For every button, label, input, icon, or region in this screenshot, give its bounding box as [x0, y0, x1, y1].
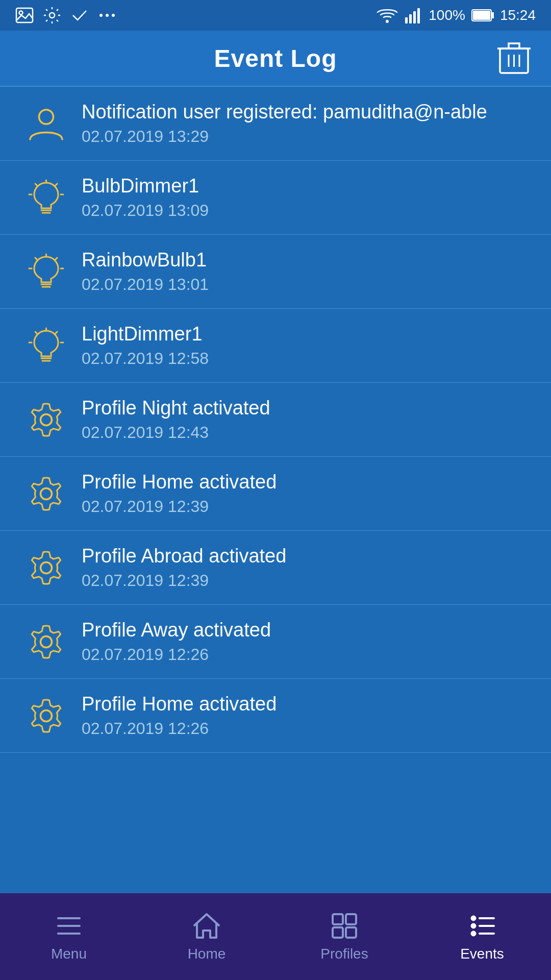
profiles-icon [330, 911, 359, 941]
event-title: BulbDimmer1 [82, 175, 531, 197]
svg-point-17 [39, 110, 53, 124]
svg-rect-7 [405, 17, 408, 23]
svg-point-6 [386, 20, 389, 23]
events-icon [467, 911, 497, 941]
event-timestamp: 02.07.2019 12:26 [82, 719, 531, 738]
event-title: LightDimmer1 [82, 323, 531, 345]
svg-line-22 [35, 184, 37, 186]
svg-rect-48 [346, 914, 356, 924]
menu-icon [54, 911, 84, 941]
svg-point-2 [49, 13, 55, 18]
event-timestamp: 02.07.2019 12:43 [82, 423, 531, 442]
event-item[interactable]: BulbDimmer1 02.07.2019 13:09 [0, 161, 551, 235]
svg-point-40 [40, 488, 52, 499]
event-item[interactable]: Profile Home activated 02.07.2019 12:26 [0, 679, 551, 753]
settings-icon [43, 6, 61, 24]
svg-point-1 [19, 11, 23, 15]
svg-rect-50 [346, 927, 356, 938]
event-title: Profile Home activated [82, 693, 531, 715]
svg-rect-47 [333, 914, 343, 924]
svg-point-43 [40, 710, 52, 721]
event-title: Profile Abroad activated [82, 545, 531, 567]
svg-point-42 [40, 636, 52, 647]
svg-point-55 [471, 931, 476, 936]
page-title: Event Log [214, 44, 337, 72]
event-timestamp: 02.07.2019 12:39 [82, 571, 531, 590]
event-icon-user [20, 105, 71, 143]
event-content: Profile Home activated 02.07.2019 12:26 [82, 693, 531, 738]
svg-point-5 [112, 14, 115, 17]
event-item[interactable]: LightDimmer1 02.07.2019 12:58 [0, 309, 551, 383]
svg-point-39 [40, 414, 52, 425]
event-icon-gear [20, 549, 71, 587]
event-icon-gear [20, 401, 71, 439]
status-bar: 100% 15:24 [0, 0, 551, 31]
event-content: BulbDimmer1 02.07.2019 13:09 [82, 175, 531, 220]
svg-point-3 [99, 14, 103, 17]
event-title: RainbowBulb1 [82, 249, 531, 271]
status-bar-right: 100% 15:24 [377, 6, 536, 24]
nav-item-menu[interactable]: Menu [0, 906, 138, 967]
event-content: Profile Away activated 02.07.2019 12:26 [82, 619, 531, 664]
home-icon [192, 911, 221, 941]
event-item[interactable]: Notification user registered: pamuditha@… [0, 87, 551, 161]
event-content: Profile Home activated 02.07.2019 12:39 [82, 471, 531, 516]
menu-label: Menu [51, 946, 87, 962]
svg-point-51 [471, 916, 476, 921]
event-item[interactable]: Profile Home activated 02.07.2019 12:39 [0, 457, 551, 531]
home-label: Home [188, 946, 226, 962]
event-item[interactable]: Profile Abroad activated 02.07.2019 12:3… [0, 531, 551, 605]
event-item[interactable]: RainbowBulb1 02.07.2019 13:01 [0, 235, 551, 309]
status-bar-left [15, 6, 116, 24]
event-icon-gear [20, 623, 71, 661]
event-title: Profile Night activated [82, 397, 531, 419]
svg-rect-49 [333, 927, 343, 938]
bottom-navigation: Menu Home Profiles Events [0, 893, 551, 980]
event-content: LightDimmer1 02.07.2019 12:58 [82, 323, 531, 368]
more-icon [98, 6, 116, 24]
event-title: Profile Away activated [82, 619, 531, 641]
svg-line-21 [55, 184, 57, 186]
svg-rect-12 [473, 11, 490, 20]
battery-icon [471, 8, 494, 22]
svg-point-4 [106, 14, 109, 17]
event-icon-gear [20, 475, 71, 513]
image-icon [15, 6, 34, 24]
svg-line-36 [35, 332, 37, 334]
profiles-label: Profiles [320, 946, 368, 962]
event-timestamp: 02.07.2019 13:29 [82, 127, 531, 146]
event-content: Profile Abroad activated 02.07.2019 12:3… [82, 545, 531, 590]
nav-item-home[interactable]: Home [138, 906, 276, 967]
event-title: Notification user registered: pamuditha@… [82, 101, 531, 123]
wifi-icon [377, 6, 398, 24]
event-icon-bulb [20, 327, 71, 365]
event-icon-bulb [20, 253, 71, 291]
event-content: RainbowBulb1 02.07.2019 13:01 [82, 249, 531, 294]
svg-line-28 [55, 258, 57, 260]
event-timestamp: 02.07.2019 13:01 [82, 275, 531, 294]
event-list: Notification user registered: pamuditha@… [0, 87, 551, 893]
svg-line-29 [35, 258, 37, 260]
event-timestamp: 02.07.2019 13:09 [82, 201, 531, 220]
app-header: Event Log [0, 31, 551, 87]
battery-text: 100% [429, 7, 465, 23]
nav-item-profiles[interactable]: Profiles [276, 906, 413, 967]
check-icon [70, 6, 89, 24]
svg-point-53 [471, 923, 476, 928]
event-icon-gear [20, 697, 71, 735]
svg-point-41 [40, 562, 52, 573]
event-item[interactable]: Profile Night activated 02.07.2019 12:43 [0, 383, 551, 457]
svg-rect-10 [417, 8, 420, 23]
delete-all-button[interactable] [497, 39, 531, 77]
event-icon-bulb [20, 179, 71, 217]
event-content: Profile Night activated 02.07.2019 12:43 [82, 397, 531, 442]
svg-line-35 [55, 332, 57, 334]
time-display: 15:24 [500, 7, 536, 23]
event-item[interactable]: Profile Away activated 02.07.2019 12:26 [0, 605, 551, 679]
signal-icon [404, 6, 422, 24]
svg-rect-8 [409, 14, 412, 23]
event-timestamp: 02.07.2019 12:26 [82, 645, 531, 664]
nav-item-events[interactable]: Events [413, 906, 551, 967]
events-label: Events [460, 946, 504, 962]
event-content: Notification user registered: pamuditha@… [82, 101, 531, 146]
